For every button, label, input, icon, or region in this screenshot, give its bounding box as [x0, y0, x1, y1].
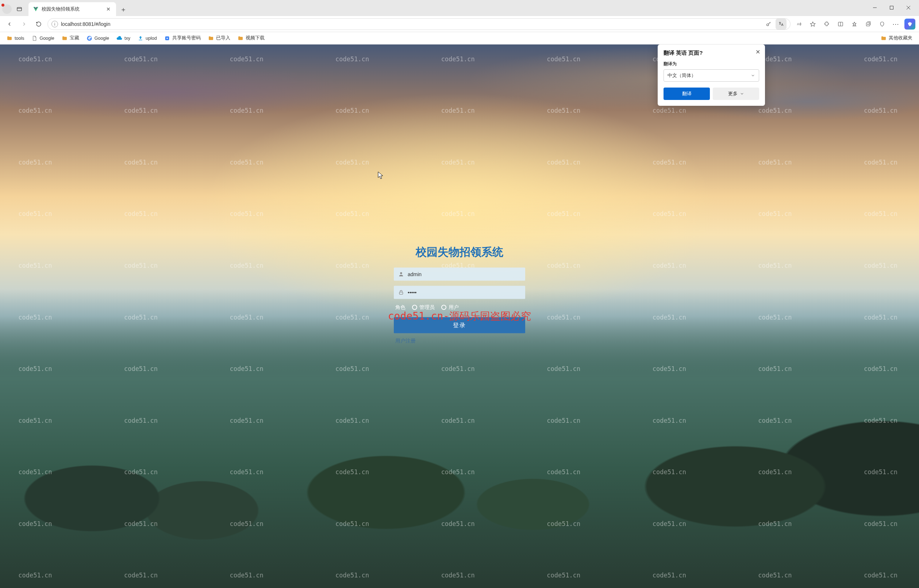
more-label: 更多	[728, 90, 738, 97]
bookmark-item[interactable]: 已导入	[205, 34, 233, 43]
read-aloud-icon[interactable]: A	[793, 19, 804, 29]
svg-marker-11	[853, 22, 856, 25]
bookmarks-bar: toolsGoogle宝藏Googletxyuplod共享账号密码已导入视频下载…	[0, 32, 919, 45]
language-select[interactable]: 中文（简体）	[663, 69, 759, 82]
svg-point-18	[400, 273, 402, 274]
bookmark-label: 视频下载	[246, 35, 265, 41]
page-icon	[31, 36, 37, 41]
svg-rect-0	[17, 7, 21, 11]
bookmark-label: 已导入	[216, 35, 230, 41]
password-field-wrapper	[394, 286, 525, 299]
bookmark-label: txy	[125, 36, 130, 41]
favorite-star-icon[interactable]	[807, 19, 818, 29]
bookmark-label: uplod	[146, 36, 157, 41]
more-menu-button[interactable]: ⋯	[890, 19, 901, 29]
bookmark-item[interactable]: 共享账号密码	[161, 34, 204, 43]
window-close-button[interactable]	[900, 2, 917, 14]
url-input[interactable]	[61, 21, 760, 27]
back-button[interactable]	[4, 18, 15, 30]
split-screen-icon[interactable]	[835, 19, 846, 29]
folder-icon	[61, 36, 68, 41]
username-field-wrapper	[394, 268, 525, 281]
profile-avatar[interactable]	[2, 4, 12, 14]
extensions-icon[interactable]	[821, 19, 832, 29]
tab-close-button[interactable]: ✕	[105, 6, 112, 12]
copilot-button[interactable]	[904, 19, 915, 29]
window-minimize-button[interactable]	[866, 2, 883, 14]
popover-title: 翻译 英语 页面?	[663, 50, 759, 57]
address-bar[interactable]: i	[47, 18, 791, 30]
folder-icon	[208, 36, 214, 41]
login-panel: 校园失物招领系统 角色 管理员	[394, 245, 525, 344]
new-tab-button[interactable]: ＋	[118, 4, 129, 15]
bookmark-label: Google	[39, 36, 54, 41]
bookmark-item[interactable]: uplod	[135, 34, 160, 43]
lock-icon	[398, 290, 404, 296]
folder-icon	[238, 36, 243, 41]
bookmark-item[interactable]: txy	[113, 34, 133, 43]
svg-rect-19	[399, 292, 403, 294]
forward-button[interactable]	[18, 18, 30, 30]
username-input[interactable]	[408, 271, 521, 277]
collections-icon[interactable]	[863, 19, 874, 29]
bookmark-item[interactable]: Google	[84, 34, 112, 43]
bookmark-label: tools	[15, 36, 24, 41]
upload-icon	[138, 36, 144, 41]
site-info-icon[interactable]: i	[52, 21, 58, 27]
svg-marker-8	[810, 22, 815, 26]
language-selected-value: 中文（简体）	[668, 72, 696, 79]
svg-rect-3	[890, 6, 893, 10]
titlebar: 校园失物招领系统 ✕ ＋	[0, 0, 919, 16]
bookmark-item[interactable]: 视频下载	[235, 34, 267, 43]
translate-button[interactable]: 翻译	[663, 87, 710, 100]
svg-point-6	[767, 24, 769, 26]
translate-popover: ✕ 翻译 英语 页面? 翻译为 中文（简体） 翻译 更多	[658, 45, 765, 106]
user-icon	[398, 271, 404, 277]
other-bookmarks-folder[interactable]: 其他收藏夹	[878, 34, 915, 43]
browser-toolbar: i A	[0, 16, 919, 32]
svg-text:A: A	[797, 22, 799, 26]
bookmark-item[interactable]: 宝藏	[59, 34, 82, 43]
more-options-button[interactable]: 更多	[713, 87, 759, 100]
bookmark-label: Google	[94, 36, 109, 41]
window-maximize-button[interactable]	[883, 2, 900, 14]
popover-close-button[interactable]: ✕	[753, 47, 762, 56]
translate-icon[interactable]	[775, 19, 786, 29]
browser-tab[interactable]: 校园失物招领系统 ✕	[29, 2, 116, 16]
login-title: 校园失物招领系统	[394, 245, 525, 260]
browser-essentials-icon[interactable]	[877, 19, 888, 29]
popover-sub-label: 翻译为	[663, 61, 759, 67]
password-input[interactable]	[408, 290, 521, 296]
bookmark-item[interactable]: tools	[4, 34, 27, 43]
bookmark-item[interactable]: Google	[29, 34, 57, 43]
register-link[interactable]: 用户注册	[394, 338, 525, 344]
folder-icon	[6, 36, 12, 41]
bookmark-label: 共享账号密码	[172, 35, 201, 41]
bookmark-label: 其他收藏夹	[889, 35, 913, 41]
refresh-button[interactable]	[33, 18, 45, 30]
vue-favicon	[33, 6, 39, 12]
tab-title: 校园失物招领系统	[42, 6, 102, 12]
favorites-list-icon[interactable]	[849, 19, 860, 29]
page-viewport: code51.cncode51.cncode51.cncode51.cncode…	[0, 45, 919, 588]
password-key-icon[interactable]	[763, 19, 774, 29]
share-icon	[164, 36, 170, 41]
chevron-down-icon	[751, 73, 755, 78]
bookmark-label: 宝藏	[70, 35, 79, 41]
cloud-icon	[116, 36, 122, 41]
watermark-center-text: code51.cn-源码乐园盗图必究	[388, 309, 531, 323]
tab-overview-button[interactable]	[14, 4, 25, 15]
google-icon	[86, 36, 92, 41]
chevron-down-icon	[740, 92, 744, 96]
